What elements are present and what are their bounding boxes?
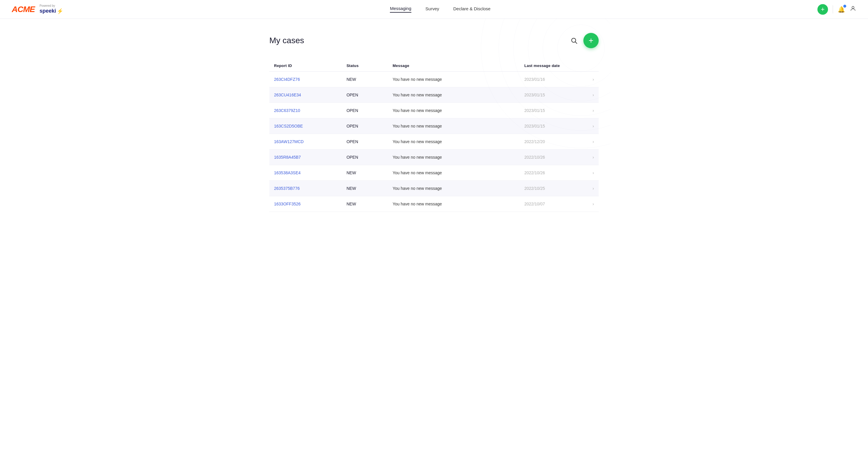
nav-declare-disclose[interactable]: Declare & Disclose: [454, 6, 491, 12]
table-row[interactable]: 263CI4DFZ76 NEW You have no new message …: [269, 72, 599, 87]
cell-status: NEW: [342, 72, 388, 87]
nav-survey[interactable]: Survey: [426, 6, 439, 12]
report-id-link[interactable]: 2635375B776: [274, 186, 300, 191]
header-add-button[interactable]: +: [817, 4, 828, 15]
cell-date: 2023/01/15: [520, 119, 579, 134]
status-value: NEW: [346, 77, 356, 82]
svg-point-0: [852, 6, 854, 8]
search-button[interactable]: [570, 37, 578, 44]
cell-date: 2023/01/15: [520, 103, 579, 119]
cell-report-id: 163538A3SE4: [269, 165, 342, 181]
col-header-status: Status: [342, 60, 388, 72]
cell-date: 2022/10/25: [520, 181, 579, 196]
table-row[interactable]: 2635375B776 NEW You have no new message …: [269, 181, 599, 196]
col-header-date: Last message date: [520, 60, 579, 72]
status-value: OPEN: [346, 155, 358, 160]
cell-message: You have no new message: [388, 87, 520, 103]
speeki-logo: speeki ⚡: [39, 8, 63, 14]
table-row[interactable]: 163538A3SE4 NEW You have no new message …: [269, 165, 599, 181]
date-value: 2022/10/26: [524, 170, 545, 175]
chevron-right-icon: ›: [592, 202, 594, 206]
nav-messaging[interactable]: Messaging: [390, 6, 411, 13]
header-divider: [833, 5, 833, 13]
report-id-link[interactable]: 263CU416E34: [274, 93, 301, 97]
message-value: You have no new message: [393, 108, 442, 113]
svg-line-8: [576, 42, 577, 44]
cell-report-id: 163AW127MCD: [269, 134, 342, 150]
cell-arrow: ›: [579, 119, 599, 134]
cell-date: 2022/10/07: [520, 196, 579, 212]
col-header-arrow: [579, 60, 599, 72]
notification-button[interactable]: 🔔: [838, 6, 845, 13]
page-actions: +: [570, 33, 599, 48]
cell-message: You have no new message: [388, 103, 520, 119]
cell-report-id: 1635R8A45B7: [269, 150, 342, 165]
cell-arrow: ›: [579, 103, 599, 119]
cell-arrow: ›: [579, 87, 599, 103]
message-value: You have no new message: [393, 186, 442, 191]
report-id-link[interactable]: 163CS2D5OBE: [274, 124, 303, 128]
table-header: Report ID Status Message Last message da…: [269, 60, 599, 72]
chevron-right-icon: ›: [592, 186, 594, 191]
date-value: 2022/10/26: [524, 155, 545, 160]
report-id-link[interactable]: 1635R8A45B7: [274, 155, 301, 160]
cell-arrow: ›: [579, 196, 599, 212]
header: ACME Powered by speeki ⚡ Messaging Surve…: [0, 0, 868, 19]
cell-message: You have no new message: [388, 134, 520, 150]
cell-status: OPEN: [342, 134, 388, 150]
page-header: My cases +: [269, 33, 599, 48]
cell-message: You have no new message: [388, 196, 520, 212]
cell-message: You have no new message: [388, 72, 520, 87]
cell-status: NEW: [342, 196, 388, 212]
cell-arrow: ›: [579, 181, 599, 196]
message-value: You have no new message: [393, 93, 442, 97]
cell-message: You have no new message: [388, 181, 520, 196]
date-value: 2023/01/15: [524, 124, 545, 128]
date-value: 2023/01/15: [524, 93, 545, 97]
message-value: You have no new message: [393, 77, 442, 82]
speeki-text: speeki: [39, 8, 56, 14]
plus-icon: +: [589, 36, 593, 45]
main-content: My cases + Report ID Status Message Last…: [257, 19, 611, 226]
page-title: My cases: [269, 36, 304, 45]
table-row[interactable]: 263CU416E34 OPEN You have no new message…: [269, 87, 599, 103]
message-value: You have no new message: [393, 170, 442, 175]
cell-arrow: ›: [579, 72, 599, 87]
report-id-link[interactable]: 263C6379Z10: [274, 108, 300, 113]
cell-arrow: ›: [579, 134, 599, 150]
cell-message: You have no new message: [388, 165, 520, 181]
cell-report-id: 1633OFF3526: [269, 196, 342, 212]
cell-status: NEW: [342, 181, 388, 196]
message-value: You have no new message: [393, 202, 442, 206]
cell-date: 2022/10/26: [520, 165, 579, 181]
user-profile-button[interactable]: [850, 5, 856, 13]
message-value: You have no new message: [393, 124, 442, 128]
acme-logo: ACME: [12, 5, 35, 14]
header-nav: Messaging Survey Declare & Disclose: [390, 6, 491, 13]
chevron-right-icon: ›: [592, 93, 594, 97]
table-row[interactable]: 163CS2D5OBE OPEN You have no new message…: [269, 119, 599, 134]
table-row[interactable]: 1635R8A45B7 OPEN You have no new message…: [269, 150, 599, 165]
date-value: 2022/12/20: [524, 139, 545, 144]
search-icon: [570, 37, 578, 44]
status-value: OPEN: [346, 124, 358, 128]
cell-date: 2023/01/16: [520, 72, 579, 87]
report-id-link[interactable]: 163AW127MCD: [274, 139, 304, 144]
notification-badge: [843, 5, 846, 8]
report-id-link[interactable]: 1633OFF3526: [274, 202, 301, 206]
table-row[interactable]: 1633OFF3526 NEW You have no new message …: [269, 196, 599, 212]
cell-date: 2023/01/15: [520, 87, 579, 103]
cell-status: OPEN: [342, 87, 388, 103]
date-value: 2023/01/16: [524, 77, 545, 82]
cell-report-id: 263CI4DFZ76: [269, 72, 342, 87]
user-icon: [850, 5, 856, 13]
table-row[interactable]: 163AW127MCD OPEN You have no new message…: [269, 134, 599, 150]
report-id-link[interactable]: 163538A3SE4: [274, 170, 301, 175]
status-value: OPEN: [346, 108, 358, 113]
cell-date: 2022/12/20: [520, 134, 579, 150]
table-row[interactable]: 263C6379Z10 OPEN You have no new message…: [269, 103, 599, 119]
message-value: You have no new message: [393, 139, 442, 144]
main-add-button[interactable]: +: [583, 33, 599, 48]
powered-by-label: Powered by: [39, 4, 55, 7]
report-id-link[interactable]: 263CI4DFZ76: [274, 77, 300, 82]
